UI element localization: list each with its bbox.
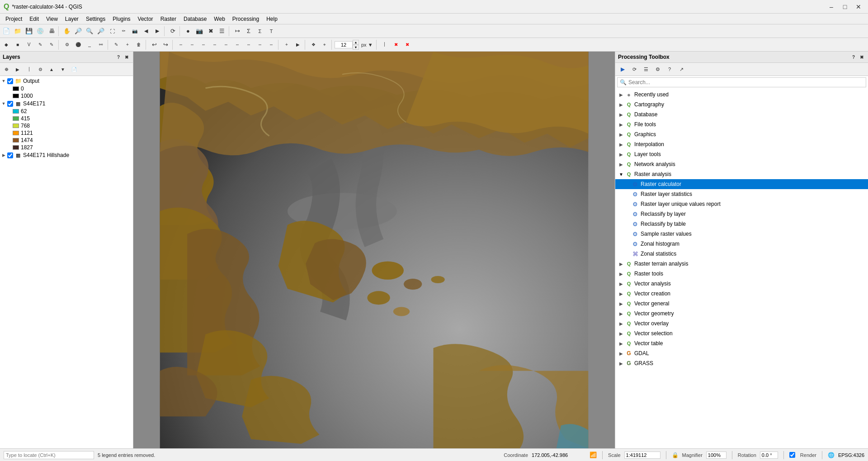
cancel-filter-btn[interactable]: ✖ bbox=[391, 39, 401, 50]
output-checkbox[interactable] bbox=[7, 78, 13, 84]
layer-output-1000[interactable]: 1000 bbox=[0, 92, 133, 100]
tree-item-reclassify-by-table[interactable]: ⚙ Reclassify by table bbox=[615, 219, 868, 229]
layer-group-s44e171[interactable]: ▼ ▩ S44E171 bbox=[0, 100, 133, 108]
zoom-select-button[interactable]: 📷 bbox=[129, 26, 140, 37]
tree-item-raster-calculator[interactable]: ⚙ Raster calculator bbox=[615, 179, 868, 189]
snapping-btn-6[interactable]: ⎼ bbox=[232, 39, 243, 50]
minimize-button[interactable]: – bbox=[826, 2, 837, 11]
menu-database[interactable]: Database bbox=[180, 15, 210, 23]
tree-item-vector-analysis[interactable]: ▶ Q Vector analysis bbox=[615, 279, 868, 289]
toolbox-help-btn[interactable]: ? bbox=[850, 53, 857, 61]
tree-item-graphics[interactable]: ▶ Q Graphics bbox=[615, 129, 868, 139]
tree-item-raster-terrain[interactable]: ▶ Q Raster terrain analysis bbox=[615, 259, 868, 269]
tree-item-file-tools[interactable]: ▶ Q File tools bbox=[615, 119, 868, 129]
snapping-btn-9[interactable]: ⎼ bbox=[266, 39, 277, 50]
px-unit-selector[interactable]: px ▼ bbox=[359, 39, 375, 50]
tree-item-zonal-histogram[interactable]: ⚙ Zonal histogram bbox=[615, 239, 868, 249]
tree-item-vector-creation[interactable]: ▶ Q Vector creation bbox=[615, 289, 868, 299]
layer-s44e171-1474[interactable]: 1474 bbox=[0, 137, 133, 144]
layers-tb-btn-5[interactable]: ▲ bbox=[46, 64, 57, 75]
snapping-btn-2[interactable]: ⎼ bbox=[187, 39, 198, 50]
toolbox-pin-btn[interactable]: ↗ bbox=[676, 64, 687, 75]
calculator-button[interactable]: Σ bbox=[255, 26, 265, 37]
scale-input[interactable] bbox=[624, 451, 660, 459]
menu-view[interactable]: View bbox=[42, 15, 61, 23]
tree-item-vector-selection[interactable]: ▶ Q Vector selection bbox=[615, 328, 868, 338]
map-area[interactable] bbox=[133, 52, 615, 448]
tree-item-recently-used[interactable]: ▶ ● Recently used bbox=[615, 90, 868, 100]
menu-processing[interactable]: Processing bbox=[229, 15, 263, 23]
pan-tool-button[interactable]: ✋ bbox=[61, 26, 72, 37]
snap-btn[interactable]: ⚙ bbox=[61, 39, 72, 50]
tree-item-grass[interactable]: ▶ G GRASS bbox=[615, 358, 868, 368]
menu-vector[interactable]: Vector bbox=[134, 15, 157, 23]
layers-tb-btn-2[interactable]: ▶ bbox=[12, 64, 23, 75]
locate-input[interactable] bbox=[4, 451, 94, 459]
snapping-btn-1[interactable]: ⎼ bbox=[175, 39, 186, 50]
zoom-in-button[interactable]: 🔍 bbox=[84, 26, 95, 37]
tree-item-database[interactable]: ▶ Q Database bbox=[615, 109, 868, 119]
layers-tb-btn-1[interactable]: ☸ bbox=[1, 64, 12, 75]
open-project-button[interactable]: 📁 bbox=[12, 26, 23, 37]
select-tool-button[interactable]: 📷 bbox=[194, 26, 205, 37]
menu-settings[interactable]: Settings bbox=[82, 15, 109, 23]
font-size-up[interactable]: ▲ bbox=[353, 40, 359, 45]
layer-s44e171-768[interactable]: 768 bbox=[0, 122, 133, 129]
measure-button[interactable]: ↦ bbox=[232, 26, 243, 37]
font-size-spin-buttons[interactable]: ▲ ▼ bbox=[353, 40, 359, 50]
menu-raster[interactable]: Raster bbox=[157, 15, 180, 23]
layer-group-output[interactable]: ▼ 📁 Output bbox=[0, 77, 133, 85]
snapping-btn-4[interactable]: ⎼ bbox=[209, 39, 220, 50]
layer-s44e171-62[interactable]: 62 bbox=[0, 108, 133, 115]
snapping-btn-7[interactable]: ⎼ bbox=[243, 39, 254, 50]
reshape-btn[interactable]: ⚯ bbox=[95, 39, 106, 50]
snapping-btn-3[interactable]: ⎼ bbox=[198, 39, 209, 50]
tree-item-gdal[interactable]: ▶ G GDAL bbox=[615, 348, 868, 358]
s44e171-checkbox[interactable] bbox=[7, 101, 13, 107]
layers-tb-btn-6[interactable]: ▼ bbox=[57, 64, 68, 75]
digitize-btn-5[interactable]: ✎ bbox=[46, 39, 57, 50]
advanced-digitize-1[interactable]: + bbox=[281, 39, 292, 50]
tree-item-reclassify-by-layer[interactable]: ⚙ Reclassify by layer bbox=[615, 209, 868, 219]
font-size-input[interactable] bbox=[335, 41, 353, 48]
zoom-full-button[interactable]: ⛶ bbox=[107, 26, 118, 37]
delete-btn[interactable]: 🗑 bbox=[133, 39, 144, 50]
refresh-button[interactable]: ⟳ bbox=[167, 26, 178, 37]
zoom-layer-button[interactable]: ⚰ bbox=[118, 26, 129, 37]
hillshade-checkbox[interactable] bbox=[7, 152, 13, 158]
pin-btn[interactable]: ⌖ bbox=[319, 39, 330, 50]
layers-help-btn[interactable]: ? bbox=[115, 53, 122, 61]
save-as-button[interactable]: 💿 bbox=[35, 26, 46, 37]
layers-tb-btn-7[interactable]: 📄 bbox=[69, 64, 80, 75]
toolbox-search-input[interactable] bbox=[617, 77, 866, 87]
menu-project[interactable]: Project bbox=[2, 15, 26, 23]
save-project-button[interactable]: 💾 bbox=[24, 26, 34, 37]
tree-item-sample-raster-values[interactable]: ⚙ Sample raster values bbox=[615, 229, 868, 239]
render-checkbox[interactable] bbox=[789, 452, 795, 458]
menu-layer[interactable]: Layer bbox=[61, 15, 82, 23]
font-size-spinner[interactable]: ▲ ▼ bbox=[335, 40, 359, 50]
redo-btn[interactable]: ↪ bbox=[160, 39, 171, 50]
undo-btn[interactable]: ↩ bbox=[149, 39, 160, 50]
zoom-out-button[interactable]: 🔎 bbox=[95, 26, 106, 37]
layer-s44e171-1121[interactable]: 1121 bbox=[0, 129, 133, 137]
tree-item-vector-general[interactable]: ▶ Q Vector general bbox=[615, 299, 868, 309]
menu-edit[interactable]: Edit bbox=[26, 15, 42, 23]
layer-output-0[interactable]: 0 bbox=[0, 85, 133, 92]
digitize-btn-3[interactable]: V bbox=[24, 39, 34, 50]
menu-web[interactable]: Web bbox=[210, 15, 228, 23]
tree-item-cartography[interactable]: ▶ Q Cartography bbox=[615, 100, 868, 109]
layers-tb-btn-3[interactable]: ⏐ bbox=[24, 64, 34, 75]
new-project-button[interactable]: 📄 bbox=[1, 26, 12, 37]
layers-tb-btn-4[interactable]: ⚙ bbox=[35, 64, 46, 75]
identify-features-button[interactable]: 🔎 bbox=[73, 26, 84, 37]
tree-item-vector-overlay[interactable]: ▶ Q Vector overlay bbox=[615, 318, 868, 328]
magnifier-input[interactable] bbox=[706, 451, 726, 459]
font-size-down[interactable]: ▼ bbox=[353, 45, 359, 50]
digitize-btn-4[interactable]: ✎ bbox=[35, 39, 46, 50]
map-tip-btn[interactable]: ❖ bbox=[308, 39, 319, 50]
toolbox-close-btn[interactable]: ✖ bbox=[858, 53, 865, 61]
advanced-digitize-2[interactable]: ▶ bbox=[292, 39, 303, 50]
tree-item-raster-tools[interactable]: ▶ Q Raster tools bbox=[615, 269, 868, 279]
toolbox-results-btn[interactable]: ☰ bbox=[641, 64, 651, 75]
